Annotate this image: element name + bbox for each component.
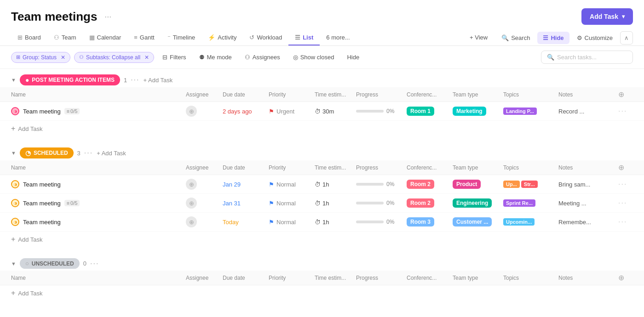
subtask-icon-t1: ≡ [67,108,69,114]
col-add-unsched[interactable]: ⊕ [618,273,632,282]
tab-list[interactable]: ☰ List [288,30,320,45]
subtask-count-t1: 0/5 [70,108,77,114]
add-task-scheduled[interactable]: + Add Task [0,232,644,247]
add-task-unscheduled[interactable]: + Add Task [0,285,644,301]
me-mode-btn[interactable]: ⚉ Me mode [195,51,236,63]
task-duedate-t3: Jan 31 [223,200,269,207]
group-status-chip[interactable]: ⊞ Group: Status ✕ [11,52,70,63]
task-subtask-badge-t1: ≡ 0/5 [64,108,80,114]
progress-pct-t2: 0% [386,181,394,187]
topic-badge-t4-0: Upcomin... [503,218,535,226]
priority-flag-t2: ⚑ [269,181,274,188]
task-more-t2[interactable]: ··· [618,180,632,188]
section-post-meeting-dot: ● [25,76,29,84]
task-status-icon-t4: ◑ [11,218,19,226]
task-progress-t4: 0% [356,219,407,225]
section-post-meeting-add[interactable]: + Add Task [144,77,173,84]
task-more-t3[interactable]: ··· [618,199,632,207]
add-task-post-meeting[interactable]: + Add Task [0,121,644,136]
col-duedate-unsched: Due date [223,275,269,281]
col-add-sched[interactable]: ⊕ [618,163,632,172]
section-scheduled-badge[interactable]: ◔ SCHEDULED [20,147,74,158]
section-scheduled-dot: ◔ [25,149,31,157]
task-topics-t4: Upcomin... [503,218,558,226]
col-timeest-sched: Time estim... [315,164,356,171]
section-scheduled-toggle[interactable]: ▼ [11,150,16,156]
tab-board[interactable]: ⊞ Board [11,30,47,45]
section-post-meeting-header: ▼ ● POST MEETING ACTION ITEMS 1 ··· + Ad… [0,69,644,87]
assignee-add-icon-t3[interactable]: ⊕ [186,198,197,209]
show-closed-label: Show closed [300,54,334,61]
tab-board-label: Board [25,34,41,41]
section-post-meeting-toggle[interactable]: ▼ [11,77,16,83]
task-teamtype-t2: Product [453,180,503,189]
col-add-post[interactable]: ⊕ [618,90,632,99]
section-scheduled-add[interactable]: + Add Task [97,150,126,157]
conf-badge-t2: Room 2 [407,180,434,189]
task-more-t4[interactable]: ··· [618,218,632,226]
add-icon-unsched: + [11,289,15,297]
tab-calendar[interactable]: ▦ Calendar [83,30,128,45]
filters-btn[interactable]: ⊟ Filters [158,51,190,63]
assignee-add-icon-t2[interactable]: ⊕ [186,179,197,190]
col-topics-unsched: Topics [503,275,558,281]
col-progress-post: Progress [356,91,407,98]
section-post-meeting-menu[interactable]: ··· [131,76,139,84]
assignee-add-icon-t1[interactable]: ⊕ [186,106,197,117]
tab-gantt[interactable]: ≡ Gantt [127,30,161,45]
hide-btn[interactable]: ☰ Hide [537,32,569,44]
col-assignee-post: Assignee [186,91,223,98]
search-tasks-input[interactable]: 🔍 Search tasks... [541,51,633,64]
task-timeest-t2: ⏱ 1h [315,181,356,188]
task-name-cell-t3: ◑ Team meeting ≡ 0/5 [11,199,186,207]
task-priority-t1: ⚑ Urgent [269,108,315,115]
subtasks-chip[interactable]: ⚇ Subtasks: Collapse all ✕ [74,52,154,63]
table-row[interactable]: ◑ Team meeting ⊕ Jan 29 ⚑ Normal ⏱ 1h [0,175,644,194]
table-row[interactable]: ◑ Team meeting ≡ 0/5 ⊕ Jan 31 ⚑ Normal [0,194,644,213]
tab-activity[interactable]: ⚡ Activity [201,30,243,45]
teamtype-badge-t3: Engineering [453,198,492,208]
assignees-label: Assignees [253,54,280,61]
col-conf-sched: Conferenc... [407,164,453,171]
table-row[interactable]: ◑ Team meeting ⊕ Today ⚑ Normal ⏱ 1h [0,213,644,232]
tab-team[interactable]: ⚇ Team [47,30,83,45]
section-scheduled-menu[interactable]: ··· [84,149,93,157]
customize-btn[interactable]: ⚙ Customize [571,32,618,44]
section-unscheduled-badge[interactable]: ○ UNSCHEDULED [20,258,80,269]
assignees-btn[interactable]: ⚇ Assignees [240,51,285,63]
task-name-t1: Team meeting [23,108,61,115]
section-post-meeting-count: 1 [124,77,127,84]
section-post-meeting-badge[interactable]: ● POST MEETING ACTION ITEMS [20,74,120,85]
add-task-button[interactable]: Add Task ▾ [581,8,633,25]
col-name-sched: Name [11,164,186,171]
task-teamtype-t3: Engineering [453,198,503,208]
assignee-add-icon-t4[interactable]: ⊕ [186,216,197,227]
page-title-menu[interactable]: ··· [104,12,111,22]
board-icon: ⊞ [17,34,23,41]
tab-timeline[interactable]: ⁻ Timeline [161,30,202,45]
task-duedate-t4: Today [223,219,269,226]
progress-pct-t4: 0% [386,219,394,225]
nav-collapse-btn[interactable]: ∧ [620,31,633,45]
subtask-count-t3: 0/5 [70,200,77,206]
calendar-icon: ▦ [89,34,95,41]
time-value-t3: 1h [322,200,329,207]
table-row[interactable]: ◑ Team meeting ≡ 0/5 ⊕ 2 days ago ⚑ Urge… [0,102,644,121]
conf-badge-t1: Room 1 [407,107,434,116]
task-duedate-t2: Jan 29 [223,181,269,188]
tab-activity-label: Activity [218,34,236,41]
group-status-remove[interactable]: ✕ [61,54,65,61]
tab-more[interactable]: 6 more... [320,30,356,45]
view-btn-label: + View [470,34,488,41]
col-notes-sched: Notes [558,164,618,171]
hide-toolbar-btn[interactable]: Hide [342,51,364,63]
section-unscheduled-toggle[interactable]: ▼ [11,261,16,266]
subtasks-remove[interactable]: ✕ [144,54,149,61]
show-closed-btn[interactable]: ◎ Show closed [288,51,339,63]
section-scheduled-header: ▼ ◔ SCHEDULED 3 ··· + Add Task [0,142,644,160]
section-unscheduled-menu[interactable]: ··· [90,260,99,268]
view-btn[interactable]: + View [463,30,494,45]
search-btn[interactable]: 🔍 Search [496,32,535,44]
task-more-t1[interactable]: ··· [618,107,632,115]
tab-workload[interactable]: ↺ Workload [243,30,288,45]
